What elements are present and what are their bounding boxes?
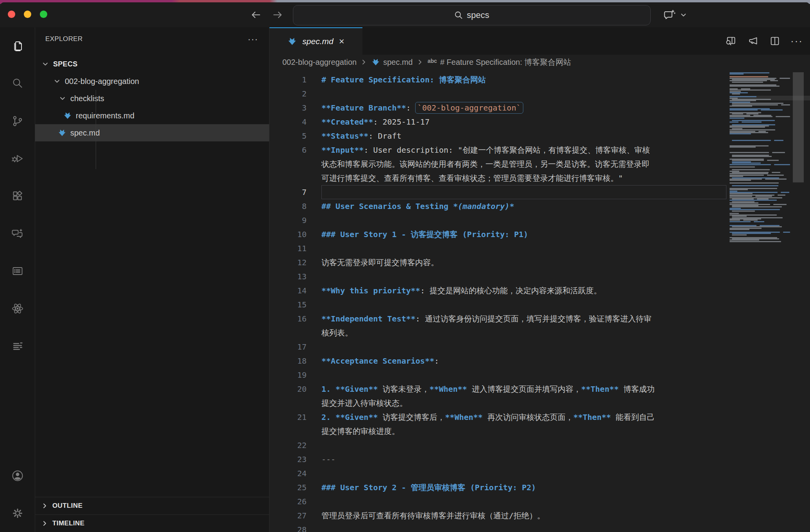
file-tree: SPECS002-blog-aggregationchecklistsrequi… [35,55,269,141]
line-number: 28 [269,525,307,532]
code-line-19: 19 [269,368,810,382]
breadcrumb-separator-icon [417,59,424,66]
breadcrumb-label: 002-blog-aggregation [282,58,357,67]
code-line-6: 6**Input**: User description: "创建一个博客聚合网… [269,143,810,157]
activity-bar-item-extensions[interactable] [0,177,35,215]
tree-item-label: requirements.md [76,111,134,120]
screen: specs E [0,0,810,532]
output-list-icon [11,264,24,278]
line-content: **Created**: 2025-11-17 [321,117,726,127]
activity-bar-item-react[interactable] [0,290,35,327]
code-line-5: 5**Status**: Draft [269,129,810,143]
arrow-right-icon [272,9,284,21]
code-line-21: 212. **Given** 访客提交博客后，**When** 再次访问审核状态… [269,410,810,424]
code-line-wrap: 核列表。 [269,326,810,340]
code-line-1: 1# Feature Specification: 博客聚合网站 [269,73,810,87]
copilot-dropdown-button[interactable] [680,11,687,19]
line-content: 2. **Given** 访客提交博客后，**When** 再次访问审核状态页面… [321,412,726,423]
line-content: ### User Story 1 - 访客提交博客 (Priority: P1) [321,229,726,240]
breadcrumb-item[interactable]: spec.md [371,58,413,67]
minimap[interactable] [730,72,792,244]
tab-close-button[interactable]: × [339,37,344,46]
line-content: 访客无需登录即可提交博客内容。 [321,257,726,268]
tree-item-requirements-md[interactable]: requirements.md [35,107,269,124]
line-number: 18 [269,356,307,366]
chevron-right-icon [41,520,48,527]
line-content [321,185,726,199]
split-editor-button[interactable] [769,35,781,47]
tree-item-label: checklists [70,94,104,103]
line-content: ## User Scenarios & Testing *(mandatory)… [321,202,726,211]
line-content: **Status**: Draft [321,131,726,141]
list-lines-icon [11,339,24,353]
search-icon [11,77,24,90]
code-line-24: 24 [269,466,810,480]
breadcrumb-item[interactable]: abc# Feature Specification: 博客聚合网站 [428,57,571,68]
tree-item-002-blog-aggregation[interactable]: 002-blog-aggregation [35,73,269,90]
explorer-more-actions-button[interactable]: ··· [248,34,258,45]
line-number: 26 [269,497,307,506]
activity-bar-item-list-lines[interactable] [0,327,35,365]
activity-bar-item-account[interactable] [0,457,35,495]
tab-spec-md[interactable]: spec.md × [269,27,362,55]
activity-bar-item-source-control[interactable] [0,102,35,140]
activity-bar-item-settings[interactable] [0,495,35,532]
line-number: 9 [269,216,307,225]
breadcrumb-separator-icon [360,59,368,66]
copilot-chat-button[interactable] [662,8,676,22]
line-content: **Input**: User description: "创建一个博客聚合网站… [321,145,726,155]
activity-bar [0,27,35,532]
activity-bar-item-files[interactable] [0,27,35,65]
breadcrumb-label: spec.md [383,58,413,67]
editor-content[interactable]: 1# Feature Specification: 博客聚合网站23**Feat… [269,70,810,532]
sidebar-section-outline[interactable]: OUTLINE [35,497,269,514]
sidebar-section-timeline[interactable]: TIMELINE [35,514,269,532]
announce-button[interactable] [747,35,759,47]
code-line-20: 201. **Given** 访客未登录，**When** 进入博客提交页面并填… [269,382,810,396]
line-number: 3 [269,103,307,112]
megaphone-icon [747,35,759,47]
code-line-9: 9 [269,213,810,227]
tree-item-spec-md[interactable]: spec.md [35,124,269,141]
editor-more-actions-button[interactable]: ··· [790,35,803,47]
open-preview-button[interactable] [725,35,737,47]
zoom-window-button[interactable] [40,11,47,18]
navigate-forward-button[interactable] [272,9,284,21]
close-window-button[interactable] [8,11,15,18]
search-value: specs [467,10,489,20]
line-number: 5 [269,131,307,141]
line-number: 4 [269,117,307,127]
title-bar: specs [0,2,810,27]
line-number: 7 [269,187,307,197]
run-debug-icon [11,152,24,165]
line-content: ### User Story 2 - 管理员审核博客 (Priority: P2… [321,482,726,493]
vscode-window: specs E [0,2,810,532]
activity-bar-item-output-list[interactable] [0,252,35,290]
line-number: 21 [269,412,307,422]
breadcrumb-item[interactable]: 002-blog-aggregation [282,58,357,67]
line-content: 提交博客的审核进度。 [321,426,726,437]
code-line-12: 12访客无需登录即可提交博客内容。 [269,255,810,270]
code-line-16: 16**Independent Test**: 通过访客身份访问提交页面，填写并… [269,312,810,326]
activity-bar-item-run-debug[interactable] [0,140,35,177]
code-line-27: 27管理员登录后可查看所有待审核博客并进行审核（通过/拒绝）。 [269,509,810,523]
editor-scrollbar[interactable] [793,72,804,182]
tree-item-specs[interactable]: SPECS [35,55,269,73]
activity-bar-item-copilot-chat[interactable] [0,215,35,252]
line-number: 11 [269,244,307,253]
activity-bar-item-search[interactable] [0,65,35,102]
markdown-file-icon [63,111,72,120]
chevron-down-icon [52,78,62,85]
code-line-17: 17 [269,340,810,354]
code-line-3: 3**Feature Branch**: `002-blog-aggregati… [269,101,810,115]
line-content: 可进行博客提交、查看所有博客、查看审核状态；管理员需要登录才能进行博客审核。" [321,173,726,184]
navigate-back-button[interactable] [250,9,262,21]
line-number: 1 [269,75,307,84]
markdown-file-icon [287,37,297,46]
line-number: 16 [269,314,307,323]
command-center-search[interactable]: specs [293,5,651,25]
line-number: 6 [269,145,307,155]
code-line-8: 8## User Scenarios & Testing *(mandatory… [269,199,810,213]
minimize-window-button[interactable] [24,11,31,18]
tree-item-checklists[interactable]: checklists [35,90,269,107]
